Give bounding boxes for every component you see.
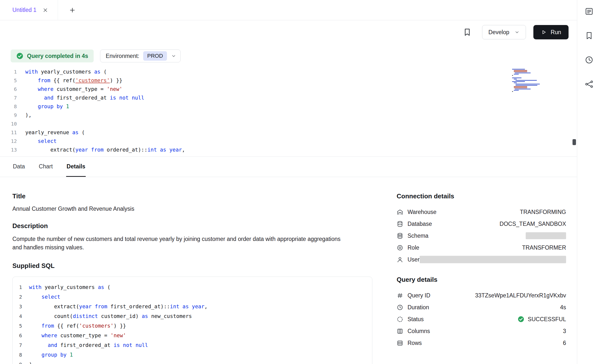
develop-button[interactable]: Develop	[482, 25, 526, 39]
detail-row-role: RoleTRANSFORMER	[397, 242, 566, 254]
redacted-value	[420, 256, 566, 263]
minimap-line	[514, 87, 527, 88]
line-number: 13	[0, 147, 25, 153]
code-line-7: 7 and first_ordered_at is not null	[13, 340, 372, 350]
editor-scrollbar-thumb[interactable]	[573, 139, 576, 145]
tab-details[interactable]: Details	[66, 157, 86, 177]
detail-row-duration: Duration4s	[397, 301, 566, 313]
code-line-10: 10	[0, 119, 577, 128]
details-right-column: Connection details WarehouseTRANSFORMING…	[397, 177, 566, 364]
warehouse-icon	[397, 209, 403, 215]
supplied-sql-lines: 1with yearly_customers as (2 select3 ext…	[13, 282, 372, 364]
minimap-line	[516, 80, 537, 81]
line-number: 8	[0, 104, 25, 109]
line-number: 7	[0, 95, 25, 101]
detail-row-rows: Rows6	[397, 337, 566, 349]
rail-query-queue-button[interactable]	[584, 6, 594, 16]
line-number: 6	[13, 333, 29, 338]
detail-value: TRANSFORMER	[522, 244, 566, 251]
minimap-line	[514, 70, 527, 71]
bookmark-icon[interactable]	[463, 28, 472, 37]
columns-icon	[397, 328, 403, 335]
code-line-6: 6 where customer_type = 'new'	[13, 331, 372, 340]
code-text: extract(year from first_ordered_at)::int…	[29, 304, 208, 310]
line-number: 11	[0, 130, 25, 135]
detail-row-user: User	[397, 254, 566, 265]
code-text: yearly_revenue as (	[25, 130, 85, 135]
rail-history-button[interactable]	[584, 55, 594, 65]
code-text: select	[25, 138, 56, 144]
run-button-label: Run	[551, 29, 561, 36]
tab-bar: Untitled 1	[0, 0, 577, 20]
code-line-4: 4 count(distinct customer_id) as new_cus…	[13, 311, 372, 321]
bookmark-icon	[585, 31, 594, 40]
minimap-line	[514, 71, 527, 72]
code-line-8: 8 group by 1	[0, 102, 577, 111]
minimap-line	[516, 85, 537, 86]
code-line-1: 1with yearly_customers as (	[0, 67, 577, 76]
app-window: Untitled 1 Develop Run Query completed i…	[0, 0, 601, 364]
detail-row-warehouse: WarehouseTRANSFORMING	[397, 206, 566, 218]
lineage-icon	[585, 80, 594, 89]
tab-chart[interactable]: Chart	[38, 157, 53, 177]
code-text: group by 1	[25, 104, 69, 109]
code-line-5: 5 from {{ ref('customers') }}	[13, 321, 372, 331]
code-text: group by 1	[29, 352, 73, 358]
right-rail	[577, 0, 601, 364]
line-number: 9	[0, 112, 25, 118]
environment-label: Environment:	[106, 53, 139, 59]
detail-value: TRANSFORMING	[520, 209, 566, 215]
line-number: 12	[0, 138, 25, 144]
code-text: ),	[25, 112, 31, 118]
minimap-line	[512, 81, 525, 82]
sql-editor[interactable]: 1with yearly_customers as (5 from {{ ref…	[0, 66, 577, 157]
rail-lineage-button[interactable]	[584, 79, 594, 89]
detail-row-columns: Columns3	[397, 325, 566, 337]
details-panel: Title Annual Customer Growth and Revenue…	[0, 177, 577, 364]
code-text: ),	[29, 362, 35, 364]
description-heading: Description	[12, 222, 372, 230]
code-text: where customer_type = 'new'	[29, 333, 126, 338]
develop-button-label: Develop	[488, 29, 509, 36]
minimap-line	[512, 78, 521, 78]
chevron-down-icon	[514, 29, 520, 35]
code-line-2: 2 select	[13, 292, 372, 302]
query-status-pill: Query completed in 4s	[11, 50, 94, 62]
close-icon[interactable]	[42, 7, 48, 13]
line-number: 2	[13, 294, 29, 300]
clock-icon	[585, 55, 594, 64]
detail-label: Rows	[408, 340, 422, 346]
code-line-9: 9),	[13, 360, 372, 364]
editor-lines: 1with yearly_customers as (5 from {{ ref…	[0, 67, 577, 154]
line-number: 3	[13, 304, 29, 310]
clock-icon	[397, 304, 403, 311]
run-button[interactable]: Run	[533, 25, 569, 39]
code-text: with yearly_customers as (	[29, 284, 110, 290]
detail-label: Status	[408, 316, 424, 323]
tab-data[interactable]: Data	[12, 157, 26, 177]
code-line-8: 8 group by 1	[13, 350, 372, 360]
title-value: Annual Customer Growth and Revenue Analy…	[12, 206, 372, 212]
detail-label: Warehouse	[408, 209, 437, 215]
environment-selector[interactable]: Environment: PROD	[100, 50, 181, 62]
play-icon	[541, 29, 547, 35]
detail-label: Database	[408, 221, 432, 227]
minimap-line	[512, 91, 513, 92]
code-text: and first_ordered_at is not null	[29, 342, 148, 348]
minimap-line	[512, 75, 513, 76]
check-circle-icon	[518, 316, 524, 323]
detail-label: Role	[408, 244, 419, 251]
minimap-line	[514, 74, 519, 75]
rail-bookmarks-button[interactable]	[584, 31, 594, 41]
plus-icon[interactable]	[69, 7, 76, 14]
chevron-down-icon	[171, 53, 176, 59]
rows-icon	[397, 340, 403, 346]
database-icon	[397, 221, 403, 227]
minimap-line	[512, 69, 525, 70]
line-number: 1	[13, 284, 29, 290]
minimap-line	[515, 89, 531, 89]
editor-minimap[interactable]	[512, 69, 541, 94]
detail-value: 33TZseWpe1ALFDUYerxR1gVKxbv	[475, 292, 566, 299]
document-tab-untitled-1[interactable]: Untitled 1	[0, 0, 58, 20]
description-value: Compute the number of new customers and …	[12, 235, 344, 252]
